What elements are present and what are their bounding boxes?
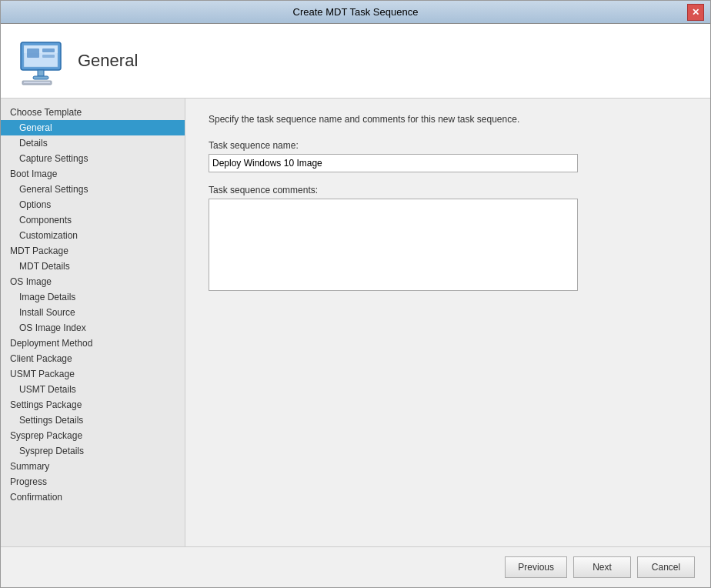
sidebar-category-os-image: OS Image	[1, 274, 185, 289]
sidebar-category-deployment-method: Deployment Method	[1, 336, 185, 351]
description-text: Specify the task sequence name and comme…	[209, 114, 687, 125]
sidebar-category-settings-package: Settings Package	[1, 397, 185, 413]
sidebar-item-usmt-details[interactable]: USMT Details	[1, 382, 185, 397]
svg-rect-4	[33, 76, 48, 79]
task-sequence-comments-label: Task sequence comments:	[209, 185, 687, 195]
sidebar-item-general[interactable]: General	[1, 120, 185, 135]
sidebar-category-confirmation: Confirmation	[1, 489, 185, 505]
sidebar-item-components[interactable]: Components	[1, 212, 185, 228]
task-sequence-name-group: Task sequence name:	[209, 140, 687, 172]
sidebar-item-os-image-index[interactable]: OS Image Index	[1, 320, 185, 336]
sidebar-category-choose-template: Choose Template	[1, 105, 185, 120]
page-title: General	[78, 51, 138, 71]
header-section: General	[1, 24, 710, 99]
sidebar-item-settings-details[interactable]: Settings Details	[1, 413, 185, 428]
next-button[interactable]: Next	[573, 556, 631, 578]
sidebar-category-mdt-package: MDT Package	[1, 243, 185, 259]
sidebar-category-summary: Summary	[1, 459, 185, 474]
sidebar-item-image-details[interactable]: Image Details	[1, 289, 185, 305]
svg-rect-9	[42, 55, 55, 58]
sidebar-item-install-source[interactable]: Install Source	[1, 305, 185, 320]
sidebar-category-progress: Progress	[1, 474, 185, 489]
main-window: Create MDT Task Sequence ✕	[0, 0, 711, 588]
window-title: Create MDT Task Sequence	[24, 6, 687, 18]
svg-rect-3	[38, 70, 44, 76]
sidebar-category-sysprep-package: Sysprep Package	[1, 428, 185, 443]
footer-section: Previous Next Cancel	[1, 546, 710, 587]
sidebar-item-general-settings[interactable]: General Settings	[1, 182, 185, 197]
sidebar: Choose Template General Details Capture …	[1, 99, 185, 546]
sidebar-item-options[interactable]: Options	[1, 197, 185, 212]
cancel-button[interactable]: Cancel	[637, 556, 695, 578]
content-area: Specify the task sequence name and comme…	[185, 99, 710, 546]
sidebar-item-details[interactable]: Details	[1, 135, 185, 151]
sidebar-item-capture-settings[interactable]: Capture Settings	[1, 151, 185, 166]
main-content: Choose Template General Details Capture …	[1, 99, 710, 546]
sidebar-category-boot-image: Boot Image	[1, 166, 185, 182]
sidebar-item-customization[interactable]: Customization	[1, 228, 185, 243]
previous-button[interactable]: Previous	[505, 556, 567, 578]
task-sequence-name-input[interactable]	[209, 154, 578, 172]
task-sequence-name-label: Task sequence name:	[209, 140, 687, 151]
sidebar-item-sysprep-details[interactable]: Sysprep Details	[1, 443, 185, 459]
task-sequence-comments-textarea[interactable]	[209, 199, 578, 291]
sidebar-item-mdt-details[interactable]: MDT Details	[1, 259, 185, 274]
svg-rect-7	[27, 48, 39, 58]
sidebar-category-usmt-package: USMT Package	[1, 366, 185, 382]
computer-icon	[16, 36, 65, 85]
task-sequence-comments-group: Task sequence comments:	[209, 185, 687, 293]
sidebar-category-client-package: Client Package	[1, 351, 185, 366]
title-bar: Create MDT Task Sequence ✕	[1, 1, 710, 24]
close-button[interactable]: ✕	[687, 4, 704, 21]
svg-rect-6	[24, 82, 50, 83]
svg-rect-8	[42, 48, 55, 52]
